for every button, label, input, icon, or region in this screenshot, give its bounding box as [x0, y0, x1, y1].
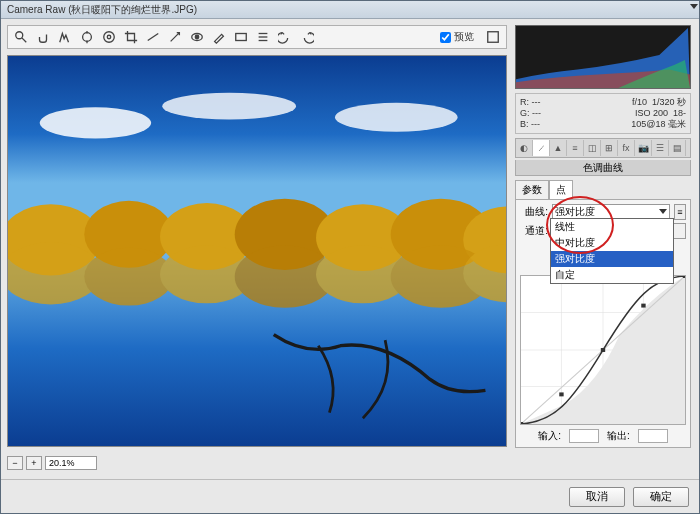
content-area: 预览	[1, 19, 699, 479]
tab-basic-icon[interactable]: ◐	[516, 140, 533, 156]
image-preview[interactable]	[7, 55, 507, 447]
tab-hsl-icon[interactable]: ≡	[567, 140, 584, 156]
toolbar: 预览	[7, 25, 507, 49]
white-balance-icon[interactable]	[56, 28, 74, 46]
dd-strong-contrast[interactable]: 强对比度	[551, 251, 673, 267]
preview-checkbox-input[interactable]	[440, 32, 451, 43]
rotate-cw-icon[interactable]	[298, 28, 316, 46]
curve-dropdown: 线性 中对比度 强对比度 自定	[550, 218, 674, 284]
svg-point-19	[335, 103, 458, 132]
straighten-icon[interactable]	[144, 28, 162, 46]
histogram[interactable]	[515, 25, 691, 89]
target-adjust-icon[interactable]	[100, 28, 118, 46]
zoom-value[interactable]: 20.1%	[45, 456, 97, 470]
curve-output-field[interactable]	[638, 429, 668, 443]
svg-line-7	[148, 34, 159, 41]
channel-label: 通道:	[520, 224, 548, 238]
svg-point-18	[162, 93, 296, 120]
svg-point-0	[16, 32, 23, 39]
tab-fx-icon[interactable]: fx	[618, 140, 635, 156]
svg-rect-41	[521, 422, 523, 424]
window-title: Camera Raw (秋日暖阳下的绚烂世界.JPG)	[7, 3, 197, 17]
svg-point-17	[40, 107, 151, 138]
svg-point-2	[83, 33, 92, 42]
svg-rect-45	[683, 276, 685, 278]
prefs-icon[interactable]	[254, 28, 272, 46]
preview-label: 预览	[454, 30, 474, 44]
graduated-filter-icon[interactable]	[232, 28, 250, 46]
footer: 取消 确定	[1, 479, 699, 513]
output-label: 输出:	[607, 429, 630, 443]
input-label: 输入:	[538, 429, 561, 443]
titlebar: Camera Raw (秋日暖阳下的绚烂世界.JPG)	[1, 1, 699, 19]
svg-point-5	[107, 35, 111, 39]
tab-split-icon[interactable]: ◫	[584, 140, 601, 156]
zoom-out-button[interactable]: −	[7, 456, 23, 470]
curve-io: 输入: 输出:	[520, 429, 686, 443]
panel-tabs: ◐ ⟋ ▲ ≡ ◫ ⊞ fx 📷 ☰ ▤	[515, 138, 691, 158]
camera-raw-window: Camera Raw (秋日暖阳下的绚烂世界.JPG)	[0, 0, 700, 514]
tab-detail-icon[interactable]: ▲	[550, 140, 567, 156]
zoom-tool-icon[interactable]	[12, 28, 30, 46]
right-pane: R: --- G: --- B: --- f/10 1/320 秒 ISO 20…	[513, 19, 699, 479]
tab-tone-curve-icon[interactable]: ⟋	[533, 140, 550, 156]
svg-point-9	[195, 35, 199, 39]
curve-subtabs: 参数 点	[515, 180, 691, 199]
dd-linear[interactable]: 线性	[551, 219, 673, 235]
panel-title: 色调曲线	[515, 160, 691, 176]
tab-calibration-icon[interactable]: 📷	[635, 140, 652, 156]
tab-presets-icon[interactable]: ☰	[652, 140, 669, 156]
color-sampler-icon[interactable]	[78, 28, 96, 46]
svg-line-1	[22, 38, 26, 42]
fullscreen-icon[interactable]	[484, 28, 502, 46]
curve-input-field[interactable]	[569, 429, 599, 443]
rotate-ccw-icon[interactable]	[276, 28, 294, 46]
subtab-point[interactable]: 点	[549, 180, 573, 199]
red-eye-icon[interactable]	[188, 28, 206, 46]
zoom-in-button[interactable]: +	[26, 456, 42, 470]
photo-content	[8, 56, 506, 446]
tab-snapshots-icon[interactable]: ▤	[669, 140, 686, 156]
curve-controls: 曲线: 强对比度 ≡ 通道: 线性 中对比度 强对比度 自定	[515, 199, 691, 448]
svg-rect-44	[641, 304, 645, 308]
tab-lens-icon[interactable]: ⊞	[601, 140, 618, 156]
info-box: R: --- G: --- B: --- f/10 1/320 秒 ISO 20…	[515, 93, 691, 134]
svg-rect-43	[601, 348, 605, 352]
adjustment-brush-icon[interactable]	[210, 28, 228, 46]
dd-custom[interactable]: 自定	[551, 267, 673, 283]
ok-button[interactable]: 确定	[633, 487, 689, 507]
svg-rect-10	[236, 34, 247, 41]
dd-medium-contrast[interactable]: 中对比度	[551, 235, 673, 251]
zoom-bar: − + 20.1%	[7, 453, 507, 473]
curve-menu-icon[interactable]: ≡	[674, 204, 686, 220]
left-pane: 预览	[1, 19, 513, 479]
cancel-button[interactable]: 取消	[569, 487, 625, 507]
svg-rect-14	[488, 32, 499, 43]
curve-graph[interactable]	[520, 275, 686, 425]
hand-tool-icon[interactable]	[34, 28, 52, 46]
crop-tool-icon[interactable]	[122, 28, 140, 46]
spot-removal-icon[interactable]	[166, 28, 184, 46]
preview-checkbox[interactable]: 预览	[440, 30, 474, 44]
svg-rect-42	[559, 392, 563, 396]
svg-point-28	[84, 248, 173, 306]
svg-point-6	[104, 32, 115, 43]
curve-label: 曲线:	[520, 205, 548, 219]
subtab-parametric[interactable]: 参数	[515, 180, 549, 199]
